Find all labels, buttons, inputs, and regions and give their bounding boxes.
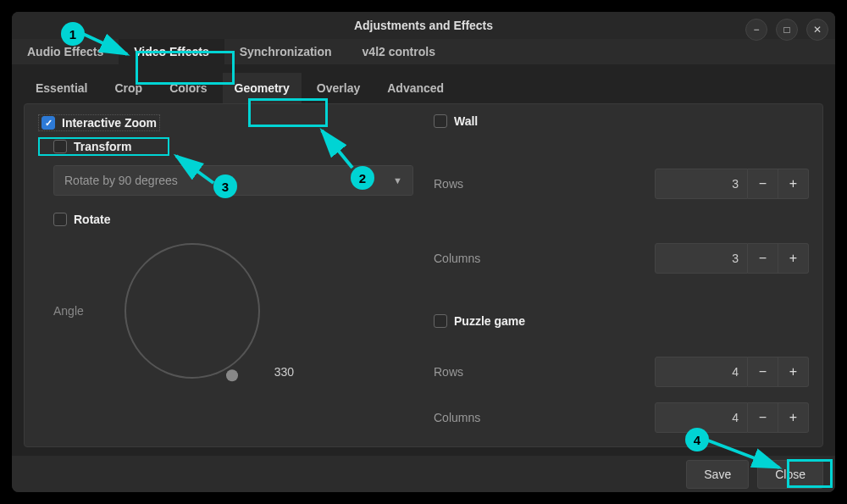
wall-columns-spinner[interactable]: − + — [655, 243, 809, 274]
chevron-down-icon: ▼ — [393, 175, 402, 186]
plus-icon[interactable]: + — [778, 357, 809, 387]
wall-rows-input[interactable] — [655, 169, 748, 199]
minimize-icon[interactable]: − — [745, 19, 767, 41]
wall-checkbox[interactable]: Wall — [434, 114, 809, 128]
interactive-zoom-label: Interactive Zoom — [62, 116, 157, 130]
annotation-badge: 2 — [351, 166, 374, 190]
wall-columns-label: Columns — [434, 252, 480, 265]
subtab-overlay[interactable]: Overlay — [305, 73, 372, 103]
annotation-badge: 3 — [213, 174, 237, 198]
rotate-checkbox[interactable]: Rotate — [53, 213, 413, 226]
tab-v4l2-controls[interactable]: v4l2 controls — [347, 39, 451, 64]
puzzle-rows-label: Rows — [434, 365, 463, 379]
subtab-crop[interactable]: Crop — [102, 73, 154, 103]
wall-rows-spinner[interactable]: − + — [655, 169, 809, 199]
maximize-icon[interactable]: □ — [776, 19, 798, 41]
rotate-label: Rotate — [74, 213, 111, 226]
minus-icon[interactable]: − — [748, 169, 778, 199]
puzzle-columns-label: Columns — [434, 411, 480, 424]
sub-tabs: Essential Crop Colors Geometry Overlay A… — [24, 73, 823, 103]
puzzle-label: Puzzle game — [454, 314, 525, 328]
close-button[interactable]: Close — [757, 460, 823, 489]
subtab-essential[interactable]: Essential — [24, 73, 99, 103]
tab-synchronization[interactable]: Synchronization — [224, 39, 347, 64]
close-icon[interactable]: ✕ — [806, 19, 828, 41]
wall-label: Wall — [454, 114, 478, 128]
plus-icon[interactable]: + — [778, 169, 809, 199]
wall-columns-input[interactable] — [655, 243, 748, 274]
puzzle-rows-spinner[interactable]: − + — [655, 357, 809, 387]
angle-dial[interactable] — [125, 243, 260, 379]
save-button[interactable]: Save — [686, 460, 749, 489]
checkbox-icon — [42, 116, 55, 130]
rotate-controls: Angle 330 — [53, 243, 413, 379]
transform-select-value: Rotate by 90 degrees — [64, 174, 178, 187]
angle-label: Angle — [53, 304, 104, 318]
main-tabs: Audio Effects Video Effects Synchronizat… — [12, 39, 835, 64]
checkbox-icon — [434, 314, 447, 328]
puzzle-columns-row: Columns − + — [434, 402, 809, 433]
wall-rows-row: Rows − + — [434, 169, 809, 199]
titlebar: Adjustments and Effects − □ ✕ — [12, 12, 835, 39]
annotation-badge: 4 — [685, 428, 709, 451]
transform-checkbox[interactable]: Transform — [53, 140, 413, 153]
tab-video-effects[interactable]: Video Effects — [119, 39, 224, 64]
minus-icon[interactable]: − — [748, 402, 778, 433]
puzzle-rows-input[interactable] — [655, 357, 748, 387]
annotation-badge: 1 — [61, 22, 85, 46]
checkbox-icon — [53, 213, 67, 226]
left-column: Interactive Zoom Transform Rotate by 90 … — [38, 114, 413, 436]
minus-icon[interactable]: − — [748, 357, 778, 387]
wall-columns-row: Columns − + — [434, 243, 809, 274]
checkbox-icon — [53, 140, 67, 153]
angle-value: 330 — [274, 365, 294, 379]
wall-rows-label: Rows — [434, 177, 463, 191]
subtab-advanced[interactable]: Advanced — [375, 73, 456, 103]
effects-window: Adjustments and Effects − □ ✕ Audio Effe… — [12, 12, 835, 492]
puzzle-columns-spinner[interactable]: − + — [655, 402, 809, 433]
checkbox-icon — [434, 114, 447, 128]
puzzle-checkbox[interactable]: Puzzle game — [434, 314, 809, 328]
plus-icon[interactable]: + — [778, 402, 809, 433]
window-title: Adjustments and Effects — [354, 19, 493, 32]
right-column: Wall Rows − + Columns − — [434, 114, 809, 436]
minus-icon[interactable]: − — [748, 243, 778, 274]
dial-handle-icon — [226, 370, 238, 382]
plus-icon[interactable]: + — [778, 243, 809, 274]
puzzle-rows-row: Rows − + — [434, 357, 809, 387]
interactive-zoom-checkbox[interactable]: Interactive Zoom — [38, 114, 160, 131]
transform-label: Transform — [74, 140, 131, 153]
video-effects-content: Essential Crop Colors Geometry Overlay A… — [12, 64, 835, 456]
geometry-panel: Interactive Zoom Transform Rotate by 90 … — [24, 103, 823, 447]
subtab-geometry[interactable]: Geometry — [223, 73, 302, 103]
dialog-footer: Save Close — [12, 456, 835, 492]
subtab-colors[interactable]: Colors — [158, 73, 219, 103]
